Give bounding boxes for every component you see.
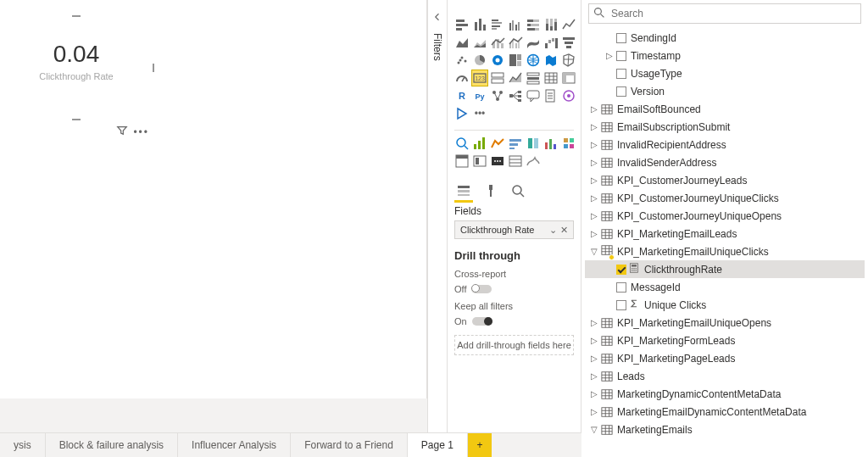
tree-row[interactable]: ▷KPI_MarketingEmailUniqueOpens xyxy=(585,314,865,332)
analytics-tab[interactable] xyxy=(509,179,527,203)
treemap-icon[interactable] xyxy=(508,53,523,68)
tree-row[interactable]: ▷MarketingEmailDynamicContentMetaData xyxy=(585,403,865,421)
tree-row[interactable]: ▷InvalidSenderAddress xyxy=(585,153,865,171)
expand-icon[interactable]: ▷ xyxy=(588,158,600,167)
drillthrough-drop-zone[interactable]: Add drill-through fields here xyxy=(454,335,574,355)
qa-visual-icon[interactable] xyxy=(526,88,541,103)
expand-icon[interactable]: ▷ xyxy=(588,318,600,327)
line-clustered-icon[interactable] xyxy=(508,35,523,50)
expand-icon[interactable]: ▷ xyxy=(588,122,600,131)
field-checkbox[interactable] xyxy=(615,32,627,44)
expand-icon[interactable]: ▽ xyxy=(588,425,600,434)
ribbon-chart-icon[interactable] xyxy=(526,35,541,50)
expand-icon[interactable]: ▷ xyxy=(588,407,600,416)
tree-row[interactable]: ClickthroughRate xyxy=(585,260,865,278)
field-checkbox[interactable] xyxy=(615,281,627,293)
resize-handle[interactable] xyxy=(146,15,154,24)
expand-icon[interactable]: ▷ xyxy=(588,104,600,114)
fields-well[interactable]: Clickthrough Rate ⌄ ✕ xyxy=(454,220,574,239)
expand-icon[interactable]: ▷ xyxy=(588,211,600,220)
arcgis-icon[interactable] xyxy=(561,88,576,103)
expand-icon[interactable]: ▷ xyxy=(588,176,600,185)
page-tab[interactable]: Page 1 xyxy=(408,433,468,457)
key-influencers-icon[interactable] xyxy=(490,88,505,103)
custom-visual-icon[interactable] xyxy=(490,153,505,169)
matrix-icon[interactable] xyxy=(561,70,576,86)
expand-icon[interactable]: ▷ xyxy=(588,354,600,363)
decomposition-icon[interactable] xyxy=(508,88,523,103)
resize-handle[interactable] xyxy=(153,64,154,72)
tree-row[interactable]: ▷Timestamp xyxy=(585,47,865,64)
tree-row[interactable]: ▷KPI_CustomerJourneyUniqueOpens xyxy=(585,207,865,225)
field-checkbox[interactable] xyxy=(615,299,627,311)
tree-row[interactable]: ▷Leads xyxy=(585,367,865,385)
page-tab[interactable]: ysis xyxy=(0,433,46,457)
field-checkbox[interactable] xyxy=(615,86,627,98)
format-tab[interactable] xyxy=(481,179,500,203)
custom-visual-icon[interactable] xyxy=(526,153,541,169)
filled-map-icon[interactable] xyxy=(543,53,559,68)
line-chart-icon[interactable] xyxy=(561,17,576,32)
custom-visual-icon[interactable] xyxy=(472,153,487,169)
donut-icon[interactable] xyxy=(490,53,505,68)
tree-row[interactable]: ▷KPI_MarketingPageLeads xyxy=(585,349,865,367)
paginated-icon[interactable] xyxy=(543,88,559,103)
custom-visual-icon[interactable] xyxy=(526,136,541,151)
expand-icon[interactable]: ▷ xyxy=(588,193,600,203)
expand-icon[interactable]: ▷ xyxy=(588,140,600,149)
tree-row[interactable]: ▷InvalidRecipientAddress xyxy=(585,136,865,153)
clustered-bar-icon[interactable] xyxy=(490,17,505,32)
tree-row[interactable]: ▷EmailSubscriptionSubmit xyxy=(585,118,865,136)
fields-tab[interactable] xyxy=(454,179,473,203)
stacked-area-icon[interactable] xyxy=(472,35,487,50)
tree-row[interactable]: ▷EmailSoftBounced xyxy=(585,100,865,118)
resize-handle[interactable] xyxy=(72,119,81,120)
tree-row[interactable]: Unique Clicks xyxy=(585,296,865,314)
expand-icon[interactable]: ▷ xyxy=(588,389,600,398)
more-options-icon[interactable]: ••• xyxy=(133,126,149,138)
fields-search[interactable] xyxy=(588,3,861,24)
powerapps-icon[interactable] xyxy=(454,106,470,121)
custom-visual-icon[interactable] xyxy=(508,136,523,151)
map-icon[interactable] xyxy=(526,53,541,68)
field-checkbox[interactable] xyxy=(615,264,627,276)
kpi-icon[interactable] xyxy=(508,70,523,86)
waterfall-icon[interactable] xyxy=(543,35,559,50)
resize-handle[interactable] xyxy=(72,15,81,17)
python-visual-icon[interactable]: Py xyxy=(472,88,487,103)
r-visual-icon[interactable]: R xyxy=(454,88,470,103)
tree-row[interactable]: ▷KPI_CustomerJourneyUniqueClicks xyxy=(585,189,865,207)
pie-icon[interactable] xyxy=(472,53,487,68)
expand-icon[interactable]: ▷ xyxy=(588,371,600,381)
table-icon[interactable] xyxy=(543,70,559,86)
remove-field-icon[interactable]: ✕ xyxy=(560,225,568,236)
funnel-icon[interactable] xyxy=(561,35,576,50)
tree-row[interactable]: Version xyxy=(585,82,865,100)
card-icon[interactable]: 123 xyxy=(472,70,487,86)
scatter-icon[interactable] xyxy=(454,53,470,68)
add-page-button[interactable]: + xyxy=(468,433,492,457)
custom-visual-icon[interactable] xyxy=(454,136,470,151)
clustered-column-icon[interactable] xyxy=(508,17,523,32)
stacked100-bar-icon[interactable] xyxy=(526,17,541,32)
expand-icon[interactable]: ▷ xyxy=(604,51,615,60)
report-canvas[interactable]: 0.04 Clickthrough Rate ••• xyxy=(0,0,427,398)
resize-handle[interactable] xyxy=(146,112,154,120)
custom-visual-icon[interactable] xyxy=(543,136,559,151)
keep-filters-toggle[interactable]: On xyxy=(454,316,574,326)
stacked-bar-icon[interactable] xyxy=(454,17,470,32)
field-checkbox[interactable] xyxy=(615,68,627,80)
line-column-icon[interactable] xyxy=(490,35,505,50)
tree-row[interactable]: ▷MarketingDynamicContentMetaData xyxy=(585,385,865,403)
kpi-card-visual[interactable]: 0.04 Clickthrough Rate ••• xyxy=(0,17,153,119)
expand-icon[interactable]: ▷ xyxy=(588,336,600,345)
expand-icon[interactable]: ▷ xyxy=(588,229,600,238)
slicer-icon[interactable] xyxy=(526,70,541,86)
page-tab[interactable]: Block & failure analysis xyxy=(46,433,178,457)
more-visuals-icon[interactable]: ••• xyxy=(472,106,487,121)
tree-row[interactable]: ▷KPI_CustomerJourneyLeads xyxy=(585,171,865,189)
custom-visual-icon[interactable] xyxy=(490,136,505,151)
tree-row[interactable]: ▷KPI_MarketingFormLeads xyxy=(585,332,865,349)
shape-map-icon[interactable] xyxy=(561,53,576,68)
filters-pane-collapsed[interactable]: Filters xyxy=(427,0,448,432)
